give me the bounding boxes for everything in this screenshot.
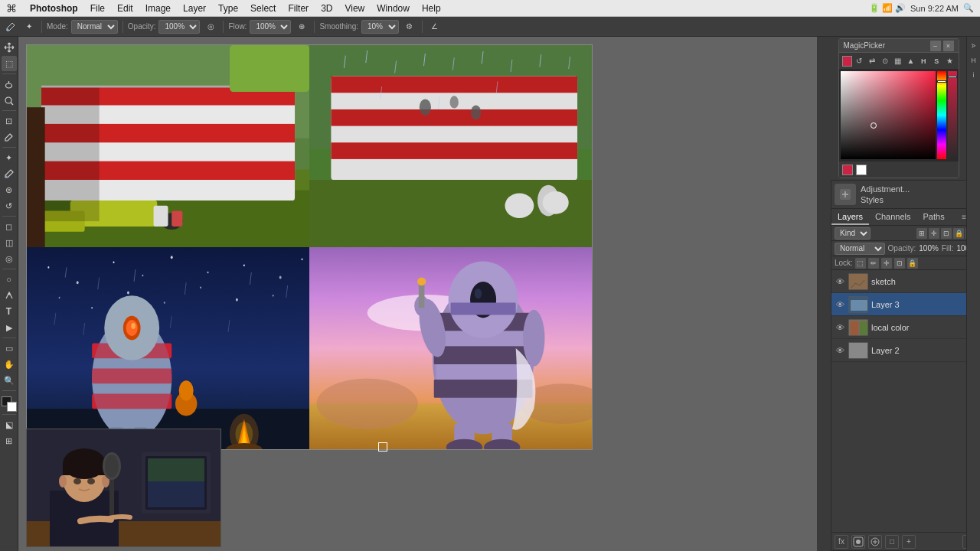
opacity-value[interactable]: 100% bbox=[919, 244, 939, 253]
lock-artboard[interactable]: ⊡ bbox=[894, 258, 905, 269]
mp-settings-icon[interactable]: ★ bbox=[944, 55, 956, 67]
tab-layers[interactable]: Layers bbox=[831, 210, 869, 225]
path-select-tool[interactable]: ▶ bbox=[2, 320, 17, 335]
layer-kind-filter[interactable]: Kind bbox=[835, 227, 871, 240]
magic-picker-close[interactable]: × bbox=[943, 41, 954, 51]
screen-mode-btn[interactable]: ⊞ bbox=[2, 433, 17, 448]
menu-help[interactable]: Help bbox=[416, 2, 446, 15]
foreground-swatch[interactable] bbox=[842, 165, 853, 175]
mp-reset-icon[interactable]: ↺ bbox=[854, 55, 865, 67]
menu-type[interactable]: Type bbox=[213, 2, 243, 15]
crop-tool[interactable]: ⊡ bbox=[2, 113, 17, 129]
menu-photoshop[interactable]: Photoshop bbox=[24, 2, 83, 15]
lock-all[interactable]: 🔒 bbox=[907, 258, 918, 269]
svg-rect-25 bbox=[331, 77, 577, 93]
spot-healing-tool[interactable]: ✦ bbox=[2, 150, 17, 165]
eyedropper-tool[interactable] bbox=[2, 129, 17, 145]
blend-mode-select[interactable]: Normal bbox=[835, 243, 885, 255]
smoothing-options-icon[interactable]: ⚙ bbox=[402, 19, 417, 34]
menu-view[interactable]: View bbox=[339, 2, 370, 15]
mp-s-btn[interactable]: S bbox=[931, 55, 942, 67]
layer-visibility-layer3[interactable]: 👁 bbox=[835, 299, 845, 310]
info-panel-btn[interactable]: i bbox=[968, 69, 980, 81]
mp-h-btn[interactable]: H bbox=[918, 55, 929, 67]
clone-stamp-tool[interactable]: ⊚ bbox=[2, 182, 17, 197]
text-tool[interactable]: T bbox=[2, 304, 17, 319]
dodge-tool[interactable]: ○ bbox=[2, 272, 17, 287]
hand-tool[interactable]: ✋ bbox=[2, 357, 17, 372]
menu-edit[interactable]: Edit bbox=[112, 2, 139, 15]
layer-visibility-local-color[interactable]: 👁 bbox=[835, 322, 845, 333]
quick-select-tool[interactable] bbox=[2, 93, 17, 108]
menu-3d[interactable]: 3D bbox=[315, 2, 338, 15]
canvas-area[interactable] bbox=[18, 37, 817, 551]
lock-artboards-btn[interactable]: ⊡ bbox=[941, 228, 952, 239]
layer-item-layer3[interactable]: 👁 Layer 3 bbox=[831, 293, 979, 316]
brush-tool[interactable] bbox=[2, 166, 17, 181]
zoom-tool[interactable]: 🔍 bbox=[2, 373, 17, 388]
opacity-slider[interactable] bbox=[948, 71, 957, 159]
airbrush-icon[interactable]: ✦ bbox=[21, 19, 37, 34]
history-panel-btn[interactable]: H bbox=[968, 54, 980, 67]
tab-channels[interactable]: Channels bbox=[869, 210, 916, 225]
canvas[interactable] bbox=[26, 44, 593, 450]
smoothing-select[interactable]: 10% bbox=[361, 20, 399, 34]
mode-select[interactable]: Normal bbox=[71, 20, 118, 34]
eraser-tool[interactable]: ◻ bbox=[2, 219, 17, 234]
color-swatches[interactable] bbox=[2, 396, 17, 412]
layer-item-local-color[interactable]: 👁 local color bbox=[831, 316, 979, 339]
shape-tool[interactable]: ▭ bbox=[2, 341, 17, 356]
brush-tool-icon[interactable] bbox=[3, 19, 18, 34]
opacity-select[interactable]: 100% bbox=[158, 20, 200, 34]
layer-item-layer2[interactable]: 👁 Layer 2 bbox=[831, 339, 979, 362]
adjustment-icon[interactable] bbox=[835, 184, 856, 205]
magic-picker-minimize[interactable]: – bbox=[930, 41, 941, 51]
apple-logo-icon[interactable]: ⌘ bbox=[6, 2, 17, 15]
hue-slider[interactable] bbox=[937, 71, 946, 159]
brush-angle-icon[interactable]: ∠ bbox=[427, 19, 443, 34]
collapse-adj-panel-btn[interactable]: A bbox=[968, 40, 980, 52]
background-color[interactable] bbox=[7, 402, 17, 412]
menu-layer[interactable]: Layer bbox=[178, 2, 211, 15]
lock-pixels-btn[interactable]: ⊞ bbox=[916, 228, 927, 239]
rectangular-marquee-tool[interactable]: ⬚ bbox=[2, 56, 17, 71]
opacity-jitter-icon[interactable]: ◎ bbox=[203, 19, 218, 34]
new-layer-btn[interactable]: + bbox=[902, 535, 916, 549]
lock-position-btn[interactable]: ✛ bbox=[929, 228, 939, 239]
layer-visibility-layer2[interactable]: 👁 bbox=[835, 345, 845, 356]
menu-window[interactable]: Window bbox=[371, 2, 415, 15]
layer-visibility-sketch[interactable]: 👁 bbox=[835, 276, 845, 287]
history-brush-tool[interactable]: ↺ bbox=[2, 198, 17, 214]
pen-tool[interactable] bbox=[2, 288, 17, 303]
layer-mask-btn[interactable] bbox=[851, 535, 865, 549]
airbrush-toggle-icon[interactable]: ⊕ bbox=[294, 19, 309, 34]
lock-pos[interactable]: ✛ bbox=[881, 258, 892, 269]
flow-select[interactable]: 100% bbox=[250, 20, 291, 34]
lock-all-btn[interactable]: 🔒 bbox=[953, 228, 964, 239]
lock-image-px[interactable]: ✏ bbox=[868, 258, 879, 269]
mp-swap-icon[interactable]: ⇄ bbox=[867, 55, 878, 67]
gradient-tool[interactable]: ◫ bbox=[2, 235, 17, 250]
quick-mask-btn[interactable]: ⬕ bbox=[2, 417, 17, 432]
active-color-swatch[interactable] bbox=[842, 56, 852, 67]
layer-fx-btn[interactable]: fx bbox=[835, 535, 848, 549]
move-tool[interactable] bbox=[2, 40, 17, 55]
mp-triangle-mode-icon[interactable]: ▲ bbox=[905, 55, 916, 67]
tab-paths[interactable]: Paths bbox=[917, 210, 951, 225]
layer-adjustment-btn[interactable] bbox=[868, 535, 882, 549]
layer-item-sketch[interactable]: 👁 sketch bbox=[831, 270, 979, 293]
mp-wheel-mode-icon[interactable]: ⊙ bbox=[879, 55, 890, 67]
background-swatch[interactable] bbox=[856, 165, 867, 175]
lasso-tool[interactable] bbox=[2, 77, 17, 92]
svg-point-110 bbox=[475, 289, 482, 298]
mp-square-mode-icon[interactable]: ▦ bbox=[892, 55, 903, 67]
menu-file[interactable]: File bbox=[85, 2, 110, 15]
layer-group-btn[interactable]: □ bbox=[885, 535, 899, 549]
menu-select[interactable]: Select bbox=[245, 2, 281, 15]
menu-filter[interactable]: Filter bbox=[283, 2, 314, 15]
color-picker-area[interactable] bbox=[841, 71, 957, 159]
menu-image[interactable]: Image bbox=[140, 2, 176, 15]
lock-transparent-px[interactable]: ⬚ bbox=[855, 258, 866, 269]
blur-tool[interactable]: ◎ bbox=[2, 251, 17, 266]
search-icon[interactable]: 🔍 bbox=[963, 3, 974, 13]
